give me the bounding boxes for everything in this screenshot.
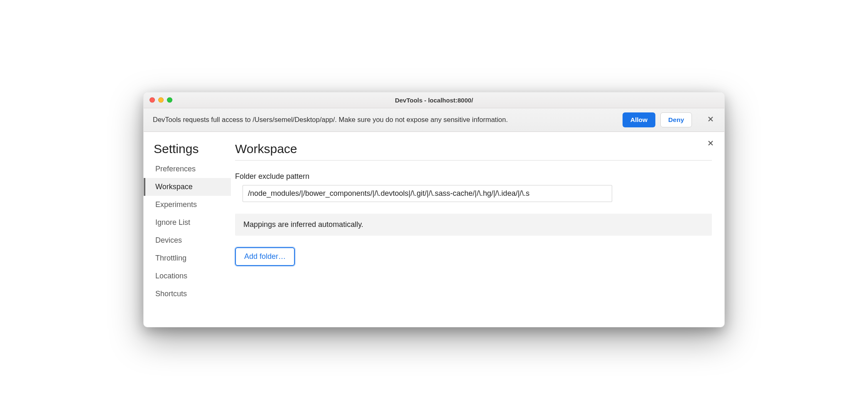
page-heading: Workspace bbox=[235, 142, 712, 161]
sidebar-item-preferences[interactable]: Preferences bbox=[144, 160, 231, 178]
settings-sidebar: Settings Preferences Workspace Experimen… bbox=[144, 132, 231, 327]
sidebar-item-shortcuts[interactable]: Shortcuts bbox=[144, 285, 231, 303]
deny-button[interactable]: Deny bbox=[660, 112, 692, 127]
exclude-pattern-input[interactable] bbox=[243, 185, 612, 202]
sidebar-item-ignore-list[interactable]: Ignore List bbox=[144, 214, 231, 231]
sidebar-item-devices[interactable]: Devices bbox=[144, 231, 231, 249]
settings-panel: Settings Preferences Workspace Experimen… bbox=[144, 132, 724, 327]
settings-close-button[interactable] bbox=[704, 138, 717, 150]
sidebar-item-experiments[interactable]: Experiments bbox=[144, 196, 231, 214]
close-icon bbox=[707, 139, 714, 149]
sidebar-item-throttling[interactable]: Throttling bbox=[144, 249, 231, 267]
window-close-button[interactable] bbox=[150, 97, 155, 103]
sidebar-item-workspace[interactable]: Workspace bbox=[144, 178, 231, 196]
sidebar-item-locations[interactable]: Locations bbox=[144, 267, 231, 285]
allow-button[interactable]: Allow bbox=[623, 112, 655, 127]
permission-infobar: DevTools requests full access to /Users/… bbox=[144, 108, 724, 132]
window-titlebar: DevTools - localhost:8000/ bbox=[144, 93, 724, 108]
permission-message: DevTools requests full access to /Users/… bbox=[153, 116, 618, 124]
close-icon bbox=[707, 115, 714, 124]
window-maximize-button[interactable] bbox=[167, 97, 172, 103]
add-folder-button[interactable]: Add folder… bbox=[235, 247, 295, 266]
window-minimize-button[interactable] bbox=[158, 97, 164, 103]
window-title: DevTools - localhost:8000/ bbox=[144, 97, 724, 104]
traffic-lights bbox=[150, 97, 172, 103]
settings-title: Settings bbox=[144, 142, 231, 160]
exclude-pattern-label: Folder exclude pattern bbox=[235, 172, 712, 181]
settings-main: Workspace Folder exclude pattern Mapping… bbox=[231, 132, 724, 327]
devtools-window: DevTools - localhost:8000/ DevTools requ… bbox=[143, 92, 725, 327]
mappings-info-note: Mappings are inferred automatically. bbox=[235, 214, 712, 236]
infobar-close-button[interactable] bbox=[704, 114, 717, 126]
